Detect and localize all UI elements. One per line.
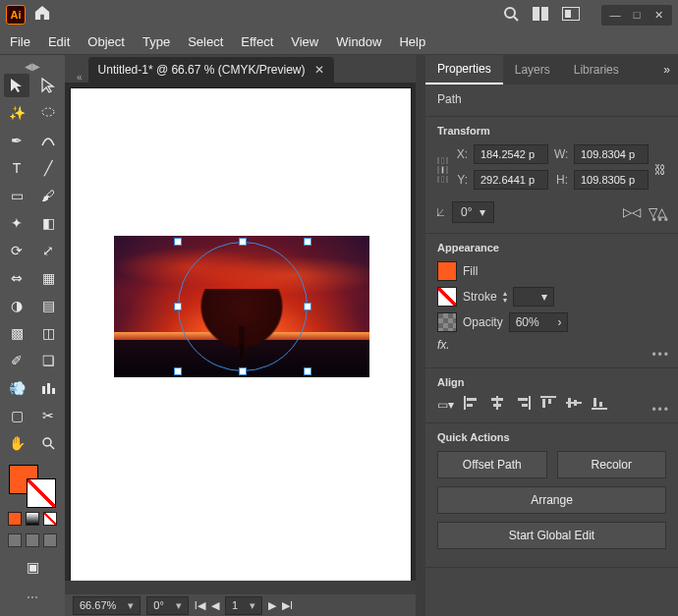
zoom-tool-icon[interactable] <box>35 431 61 455</box>
shape-builder-tool-icon[interactable]: ◑ <box>4 294 29 317</box>
mesh-tool-icon[interactable]: ▩ <box>4 321 29 345</box>
rectangle-tool-icon[interactable]: ▭ <box>4 184 29 207</box>
start-global-edit-button[interactable]: Start Global Edit <box>437 522 666 549</box>
opacity-swatch-icon[interactable] <box>437 312 457 332</box>
draw-normal-icon[interactable] <box>8 533 22 547</box>
free-transform-tool-icon[interactable]: ▦ <box>35 266 61 290</box>
color-mode-icon[interactable] <box>8 512 22 526</box>
menu-effect[interactable]: Effect <box>241 34 273 49</box>
align-top-icon[interactable] <box>540 396 556 413</box>
menu-help[interactable]: Help <box>399 34 425 49</box>
draw-inside-icon[interactable] <box>43 533 57 547</box>
tab-close-icon[interactable]: ✕ <box>314 63 324 77</box>
chevron-down-icon[interactable]: ▾ <box>541 290 547 304</box>
rotate-view-field[interactable]: 0° <box>146 596 189 615</box>
close-icon[interactable]: ✕ <box>652 9 664 22</box>
stroke-weight-stepper[interactable]: ▴▾ <box>503 290 507 304</box>
magic-wand-tool-icon[interactable]: ✨ <box>4 101 29 125</box>
home-icon[interactable] <box>33 5 51 25</box>
rotate-field[interactable]: 0°▾ <box>452 201 494 223</box>
eyedropper-tool-icon[interactable]: ✐ <box>4 349 29 372</box>
tab-properties[interactable]: Properties <box>425 55 503 84</box>
resize-handle-icon[interactable] <box>239 238 247 246</box>
maximize-icon[interactable]: □ <box>631 9 643 22</box>
resize-handle-icon[interactable] <box>239 367 247 375</box>
align-hcenter-icon[interactable] <box>489 396 505 413</box>
direct-selection-tool-icon[interactable] <box>35 74 61 97</box>
y-field[interactable]: 292.6441 p <box>474 170 548 190</box>
resize-handle-icon[interactable] <box>174 367 182 375</box>
fill-color-swatch[interactable] <box>437 261 457 281</box>
line-tool-icon[interactable]: ╱ <box>35 156 61 180</box>
artboard-next-icon[interactable]: ▶ <box>268 599 276 612</box>
artboard-next-last-icon[interactable]: ▶I <box>282 599 293 612</box>
hand-tool-icon[interactable]: ✋ <box>4 431 29 455</box>
app-logo-icon[interactable]: Ai <box>6 5 26 25</box>
artboard[interactable] <box>71 88 411 581</box>
lasso-tool-icon[interactable] <box>35 101 61 125</box>
arrange-documents-icon[interactable] <box>533 7 548 24</box>
symbol-sprayer-tool-icon[interactable]: 💨 <box>4 376 29 400</box>
align-right-icon[interactable] <box>515 396 531 413</box>
pen-tool-icon[interactable]: ✒ <box>4 129 29 152</box>
stroke-swatch-icon[interactable] <box>27 478 56 508</box>
resize-handle-icon[interactable] <box>174 238 182 246</box>
align-bottom-icon[interactable] <box>592 396 607 413</box>
tool-panel-toggle-icon[interactable]: ◀▶ <box>19 61 46 72</box>
more-options-icon[interactable]: ••• <box>651 213 670 227</box>
horizontal-scrollbar[interactable] <box>65 581 416 594</box>
h-field[interactable]: 109.8305 p <box>574 170 649 190</box>
panel-menu-icon[interactable]: » <box>663 63 678 77</box>
draw-behind-icon[interactable] <box>26 533 39 547</box>
minimize-icon[interactable]: — <box>609 9 621 22</box>
more-options-icon[interactable]: ••• <box>651 403 670 417</box>
resize-handle-icon[interactable] <box>304 238 311 246</box>
flip-horizontal-icon[interactable]: ▷◁ <box>623 205 641 219</box>
reference-point-icon[interactable] <box>437 157 448 183</box>
selection-tool-icon[interactable] <box>4 74 29 97</box>
selection-bounding-box[interactable] <box>178 242 308 371</box>
more-options-icon[interactable]: ••• <box>651 348 670 362</box>
artboard-tool-icon[interactable]: ▢ <box>4 404 29 427</box>
gradient-tool-icon[interactable]: ◫ <box>35 321 61 345</box>
chevron-right-icon[interactable]: › <box>557 315 561 329</box>
w-field[interactable]: 109.8304 p <box>574 144 649 164</box>
stroke-weight-field[interactable]: ▾ <box>513 287 555 307</box>
edit-toolbar-icon[interactable]: ⋯ <box>21 585 44 610</box>
chevron-down-icon[interactable]: ▾ <box>480 205 485 219</box>
width-tool-icon[interactable]: ⇔ <box>4 266 29 290</box>
rotate-tool-icon[interactable]: ⟳ <box>4 239 29 262</box>
fx-label[interactable]: fx. <box>437 338 450 352</box>
artboard-prev-first-icon[interactable]: I◀ <box>195 599 205 612</box>
fill-stroke-swatch[interactable] <box>9 465 56 508</box>
type-tool-icon[interactable]: T <box>4 156 29 180</box>
menu-view[interactable]: View <box>291 34 318 49</box>
gradient-mode-icon[interactable] <box>26 512 39 526</box>
resize-handle-icon[interactable] <box>304 303 311 310</box>
slice-tool-icon[interactable]: ✂ <box>35 404 61 427</box>
align-to-icon[interactable]: ▭▾ <box>437 398 454 412</box>
screen-mode-icon[interactable]: ▣ <box>20 555 45 579</box>
scale-tool-icon[interactable]: ⤢ <box>35 239 61 262</box>
resize-handle-icon[interactable] <box>304 367 311 375</box>
document-tab[interactable]: Untitled-1* @ 66.67 % (CMYK/Preview) ✕ <box>88 57 335 83</box>
stroke-color-swatch[interactable] <box>437 287 457 307</box>
tab-scroll-icon[interactable]: « <box>71 72 88 83</box>
search-icon[interactable] <box>503 6 519 25</box>
curvature-tool-icon[interactable] <box>35 129 61 152</box>
menu-file[interactable]: File <box>10 34 30 49</box>
opacity-field[interactable]: 60% › <box>509 312 569 332</box>
resize-handle-icon[interactable] <box>174 303 182 310</box>
eraser-tool-icon[interactable]: ◧ <box>35 211 61 235</box>
paintbrush-tool-icon[interactable]: 🖌 <box>35 184 61 207</box>
menu-object[interactable]: Object <box>87 34 125 49</box>
zoom-level-field[interactable]: 66.67% <box>73 596 141 615</box>
artboard-nav-field[interactable]: 1 <box>225 596 262 615</box>
recolor-button[interactable]: Recolor <box>557 451 667 478</box>
align-vcenter-icon[interactable] <box>566 396 582 413</box>
offset-path-button[interactable]: Offset Path <box>437 451 547 478</box>
workspace-switcher-icon[interactable] <box>562 7 580 24</box>
tab-layers[interactable]: Layers <box>503 55 562 84</box>
panel-collapse-handle[interactable] <box>416 55 425 616</box>
artboard-prev-icon[interactable]: ◀ <box>211 599 219 612</box>
